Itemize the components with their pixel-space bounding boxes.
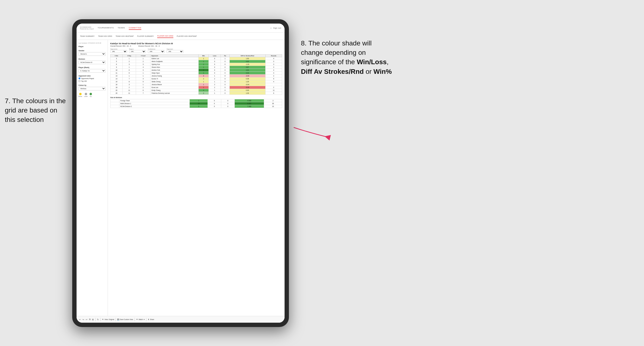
- radio-opponents-played-input[interactable]: [78, 77, 80, 79]
- watch-btn[interactable]: 👁 Watch ▾: [136, 319, 145, 321]
- share-btn[interactable]: ⬆ Share: [148, 319, 154, 321]
- right-annotation-or: or: [364, 68, 374, 75]
- cell-tie: 0: [220, 86, 230, 89]
- cell-win: 15: [190, 102, 208, 105]
- save-custom-btn[interactable]: 💾 Save Custom View: [117, 319, 133, 321]
- cell-div: 10: [110, 69, 122, 72]
- cell-diff: 3.33: [230, 72, 265, 75]
- sidebar-timestamp: Last Updated: 27/03/2024 16:55:38: [78, 42, 106, 44]
- sub-nav-team-summary[interactable]: TEAM SUMMARY: [80, 35, 94, 38]
- nav-right: | Sign out: [271, 26, 281, 29]
- radio-opponents-played[interactable]: Opponents Played: [78, 77, 106, 79]
- cell-tie: 0: [220, 75, 230, 77]
- undo-icon[interactable]: ↩: [79, 318, 81, 321]
- table-row: 9 1 4 Sharon Mun 1 0 0 3.67 3: [110, 66, 282, 69]
- cell-diff: 0.38: [230, 77, 265, 80]
- cell-loss: 0: [209, 63, 221, 66]
- redo-icon[interactable]: ↪: [82, 318, 84, 321]
- cell-rounds: 6: [265, 92, 282, 95]
- opponent-filter-label: Opponent: [166, 48, 184, 50]
- cell-loss: 0: [209, 66, 221, 69]
- sub-nav-team-h2h-heatmap[interactable]: TEAM H2H HEATMAP: [116, 35, 134, 38]
- overall-record: Overall Record: 353 - 34 - 6: [110, 45, 131, 47]
- cell-reg: 2: [122, 60, 136, 63]
- sidebar-playerrank-select[interactable]: 8. Katelyn Vo: [78, 69, 106, 73]
- cell-diff: 4.00: [230, 60, 265, 63]
- cell-reg: 8: [122, 80, 136, 83]
- out-of-division-header: Out of division: [110, 97, 282, 98]
- sub-nav-player-summary[interactable]: PLAYER SUMMARY: [137, 35, 154, 38]
- nav-links: TOURNAMENTS TEAMS COMMITTEE: [98, 26, 271, 30]
- region-filter-select[interactable]: (All): [129, 50, 146, 53]
- cell-diff: 1.50: [230, 57, 265, 60]
- copy-icon[interactable]: ⧉: [89, 318, 90, 321]
- cell-conf: 6: [136, 89, 150, 92]
- cell-conf: 3: [136, 69, 150, 72]
- cell-tie: 1: [220, 57, 230, 60]
- cell-tie: 0: [220, 83, 230, 86]
- nav-committee[interactable]: COMMITTEE: [129, 26, 142, 30]
- cell-loss: 2: [209, 83, 221, 86]
- radio-top100[interactable]: Top 100: [78, 80, 106, 82]
- cell-loss: 1: [209, 80, 221, 83]
- cell-loss: 1: [209, 92, 221, 95]
- cell-opponent: NCAA Division 2: [119, 105, 190, 108]
- sidebar-colourby-select[interactable]: Win/loss: [78, 87, 106, 90]
- cell-reg: 3: [122, 63, 136, 66]
- cell-tie: 0: [220, 77, 230, 80]
- table-row: 20 11 7 Federica Domecq Lacroze 2 1 0 1.…: [110, 92, 282, 95]
- sub-nav: TEAM SUMMARY TEAM H2H GRID TEAM H2H HEAT…: [76, 33, 284, 40]
- cell-div: 20: [110, 89, 122, 92]
- cell-div: 18: [110, 86, 122, 89]
- sub-nav-team-h2h-grid[interactable]: TEAM H2H GRID: [98, 35, 112, 38]
- table-row: 6 3 3 Sydney Kuo 1 0 0 -1.00 3: [110, 63, 282, 66]
- h2h-table: # Div # Reg # Conf Opponent Win Loss Tie…: [110, 54, 282, 95]
- sidebar-division-select[interactable]: NCAA Division III: [78, 61, 106, 64]
- radio-top100-input[interactable]: [78, 80, 80, 82]
- table-row: NCAA Division 2 5 0 0 7.400 10: [110, 105, 282, 108]
- cell-rounds: 11: [265, 89, 282, 92]
- cell-diff: -1.00: [230, 63, 265, 66]
- radio-opponents-played-label: Opponents Played: [81, 78, 94, 79]
- cell-win: 1: [198, 86, 208, 89]
- col-win: Win: [198, 55, 208, 57]
- view-original-btn[interactable]: 👁 View: Original: [102, 319, 114, 320]
- share-label: Share: [150, 319, 154, 320]
- cell-reg: 3: [122, 83, 136, 86]
- cell-div: 16: [110, 83, 122, 86]
- cell-reg: 1: [122, 75, 136, 77]
- nav-signout[interactable]: Sign out: [273, 26, 281, 29]
- cell-rounds: 3: [265, 72, 282, 75]
- opponent-filter-select[interactable]: (All): [166, 50, 184, 53]
- sub-nav-player-h2h-heatmap[interactable]: PLAYER H2H HEATMAP: [177, 35, 197, 38]
- paste-icon[interactable]: ⊞: [92, 318, 94, 321]
- cell-opponent: Esther Lee: [150, 57, 198, 60]
- cell-loss: 0: [208, 105, 221, 108]
- cell-win: 4: [198, 89, 208, 92]
- grid-area: Katelyn Vo Head-to-Head Grid for Women's…: [108, 40, 284, 316]
- cell-rounds: 9: [265, 77, 282, 80]
- nav-tournaments[interactable]: TOURNAMENTS: [98, 26, 114, 30]
- filters-row: Opponents: (All) Region (All): [110, 48, 282, 53]
- view-original-label: View: Original: [104, 319, 114, 320]
- cell-tie: 0: [220, 60, 230, 63]
- cell-diff: 4.00: [230, 69, 265, 72]
- cell-conf: 1: [136, 83, 150, 86]
- opponents-filter-select[interactable]: (All): [110, 50, 127, 53]
- cell-rounds: 10: [264, 105, 282, 108]
- sidebar-division-label: Division: [78, 58, 106, 60]
- cell-div: 5: [110, 60, 122, 63]
- cell-reg: 6: [122, 72, 136, 75]
- cell-loss: 0: [209, 57, 221, 60]
- undo2-icon[interactable]: ↩: [86, 318, 88, 321]
- sidebar: Last Updated: 27/03/2024 16:55:38 Player…: [76, 40, 108, 316]
- sidebar-gender-select[interactable]: Women's: [78, 52, 106, 56]
- nav-teams[interactable]: TEAMS: [118, 26, 125, 30]
- right-arrow: [289, 108, 337, 147]
- sub-nav-player-h2h-grid[interactable]: PLAYER H2H GRID: [157, 34, 173, 38]
- col-tie: Tie: [220, 55, 230, 57]
- toolbar-divider-4: [134, 318, 135, 321]
- conference-filter-select[interactable]: (All): [148, 50, 165, 53]
- refresh-icon[interactable]: ↻: [97, 318, 99, 321]
- nav-pipe: |: [271, 27, 271, 29]
